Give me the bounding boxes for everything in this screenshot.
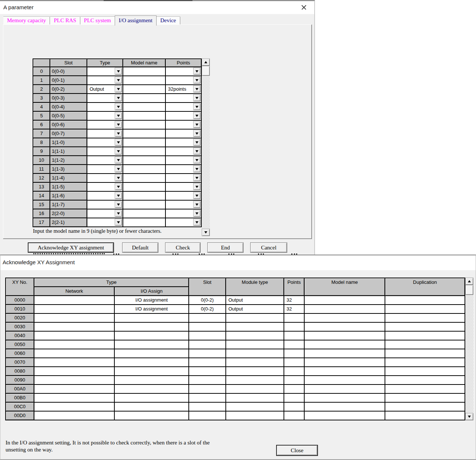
type-cell[interactable]	[87, 218, 123, 226]
type-cell[interactable]	[87, 94, 123, 102]
type-cell[interactable]	[87, 201, 123, 209]
row-number-header[interactable]: 6	[33, 121, 50, 129]
points-dropdown-button[interactable]	[193, 201, 201, 208]
points-cell[interactable]	[166, 201, 201, 209]
points-cell[interactable]	[166, 103, 201, 111]
tab-plc-ras[interactable]: PLC RAS	[50, 16, 80, 25]
model-name-cell[interactable]	[123, 174, 165, 182]
type-dropdown-button[interactable]	[115, 148, 122, 155]
model-name-cell[interactable]	[123, 103, 165, 111]
points-dropdown-button[interactable]	[193, 157, 201, 164]
row-number-header[interactable]: 14	[33, 192, 50, 200]
points-cell[interactable]	[166, 112, 201, 120]
points-cell[interactable]	[166, 147, 201, 155]
tab-io-assignment[interactable]: I/O assignment	[115, 16, 157, 26]
points-cell[interactable]	[166, 94, 201, 102]
points-dropdown-button[interactable]	[193, 112, 201, 119]
type-dropdown-button[interactable]	[115, 174, 122, 181]
tab-memory-capacity[interactable]: Memory capacity	[3, 16, 50, 25]
row-number-header[interactable]: 17	[33, 218, 50, 226]
close-button[interactable]: Close	[276, 445, 318, 456]
points-dropdown-button[interactable]	[193, 148, 201, 155]
row-number-header[interactable]: 15	[33, 201, 50, 209]
points-cell[interactable]	[166, 183, 201, 191]
row-number-header[interactable]: 4	[33, 103, 50, 111]
model-name-cell[interactable]	[123, 67, 165, 75]
row-number-header[interactable]: 9	[33, 147, 50, 155]
type-dropdown-button[interactable]	[115, 183, 122, 190]
type-dropdown-button[interactable]	[115, 77, 122, 84]
row-number-header[interactable]: 1	[33, 76, 50, 84]
points-dropdown-button[interactable]	[193, 219, 201, 226]
points-dropdown-button[interactable]	[193, 68, 201, 75]
type-dropdown-button[interactable]	[115, 192, 122, 199]
scroll-up-button[interactable]	[465, 278, 473, 285]
type-cell[interactable]	[87, 103, 123, 111]
scroll-down-button[interactable]	[465, 413, 473, 420]
row-number-header[interactable]: 0	[33, 67, 50, 75]
type-cell[interactable]	[87, 112, 123, 120]
model-name-cell[interactable]	[123, 85, 165, 93]
points-cell[interactable]	[166, 165, 201, 173]
end-button[interactable]: End	[207, 242, 244, 253]
model-name-cell[interactable]	[123, 201, 165, 209]
points-cell[interactable]	[166, 76, 201, 84]
type-dropdown-button[interactable]	[115, 130, 122, 137]
points-cell[interactable]	[166, 130, 201, 138]
points-dropdown-button[interactable]	[193, 174, 201, 181]
model-name-cell[interactable]	[123, 218, 165, 226]
type-dropdown-button[interactable]	[115, 139, 122, 146]
model-name-cell[interactable]	[123, 112, 165, 120]
row-number-header[interactable]: 2	[33, 85, 50, 93]
points-dropdown-button[interactable]	[193, 192, 201, 199]
check-button[interactable]: Check	[165, 242, 201, 253]
type-dropdown-button[interactable]	[115, 219, 122, 226]
points-cell[interactable]: 32points	[166, 85, 201, 93]
cancel-button[interactable]: Cancel	[250, 242, 287, 253]
model-name-cell[interactable]	[123, 192, 165, 200]
type-cell[interactable]	[87, 183, 123, 191]
type-cell[interactable]	[87, 165, 123, 173]
model-name-cell[interactable]	[123, 94, 165, 102]
type-dropdown-button[interactable]	[115, 85, 122, 93]
type-cell[interactable]	[87, 174, 123, 182]
model-name-cell[interactable]	[123, 209, 165, 218]
points-cell[interactable]	[166, 138, 201, 147]
points-cell[interactable]	[166, 174, 201, 182]
row-number-header[interactable]: 12	[33, 174, 50, 182]
type-dropdown-button[interactable]	[115, 210, 122, 217]
model-name-cell[interactable]	[123, 121, 165, 129]
model-name-cell[interactable]	[123, 138, 165, 147]
tab-plc-system[interactable]: PLC system	[80, 16, 115, 25]
scroll-down-button[interactable]	[202, 229, 210, 236]
type-dropdown-button[interactable]	[115, 112, 122, 119]
points-dropdown-button[interactable]	[193, 77, 201, 84]
points-cell[interactable]	[166, 192, 201, 200]
points-dropdown-button[interactable]	[193, 130, 201, 137]
type-dropdown-button[interactable]	[115, 165, 122, 172]
type-cell[interactable]	[87, 130, 123, 138]
points-dropdown-button[interactable]	[193, 139, 201, 146]
type-cell[interactable]	[87, 156, 123, 164]
type-cell[interactable]	[87, 192, 123, 200]
scroll-up-button[interactable]	[202, 58, 210, 66]
points-dropdown-button[interactable]	[193, 121, 201, 128]
acknowledge-xy-assignment-button[interactable]: Acknowledge XY assignment	[28, 242, 114, 253]
default-button[interactable]: Default	[122, 242, 158, 253]
type-dropdown-button[interactable]	[115, 94, 122, 101]
points-cell[interactable]	[166, 209, 201, 218]
type-dropdown-button[interactable]	[115, 121, 122, 128]
points-cell[interactable]	[166, 218, 201, 226]
tab-device[interactable]: Device	[157, 16, 180, 25]
row-number-header[interactable]: 16	[33, 209, 50, 218]
model-name-cell[interactable]	[123, 165, 165, 173]
row-number-header[interactable]: 8	[33, 138, 50, 147]
type-dropdown-button[interactable]	[115, 201, 122, 208]
points-cell[interactable]	[166, 156, 201, 164]
scrollbar-thumb[interactable]	[465, 285, 473, 295]
row-number-header[interactable]: 7	[33, 130, 50, 138]
row-number-header[interactable]: 5	[33, 112, 50, 120]
type-cell[interactable]	[87, 67, 123, 75]
type-cell[interactable]	[87, 209, 123, 218]
points-dropdown-button[interactable]	[193, 85, 201, 93]
